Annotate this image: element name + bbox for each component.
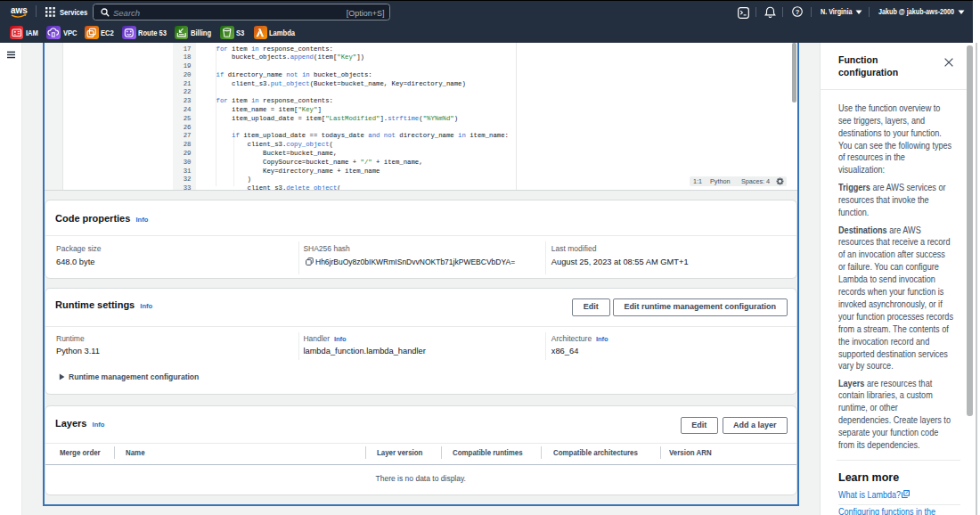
svg-text:?: ? [796,8,800,16]
svg-text:aws: aws [11,5,28,15]
